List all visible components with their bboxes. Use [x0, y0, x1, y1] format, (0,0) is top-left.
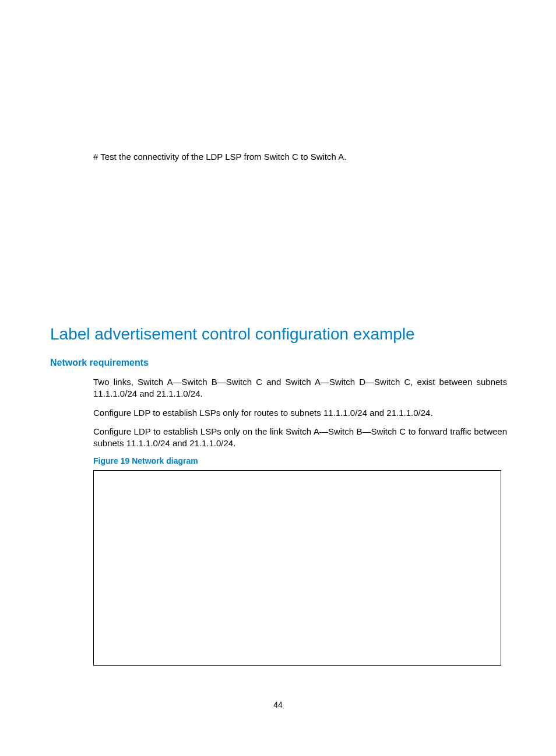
paragraph-3: Configure LDP to establish LSPs only on …: [93, 426, 507, 450]
paragraph-2: Configure LDP to establish LSPs only for…: [93, 407, 507, 419]
subsection-heading: Network requirements: [50, 358, 507, 368]
page-content: # Test the connectivity of the LDP LSP f…: [93, 152, 507, 666]
page-number: 44: [0, 700, 556, 709]
figure-diagram-box: [93, 470, 501, 666]
paragraph-1: Two links, Switch A—Switch B—Switch C an…: [93, 376, 507, 400]
section-heading: Label advertisement control configuratio…: [50, 325, 507, 344]
figure-caption: Figure 19 Network diagram: [93, 456, 507, 466]
intro-text: # Test the connectivity of the LDP LSP f…: [93, 152, 507, 162]
